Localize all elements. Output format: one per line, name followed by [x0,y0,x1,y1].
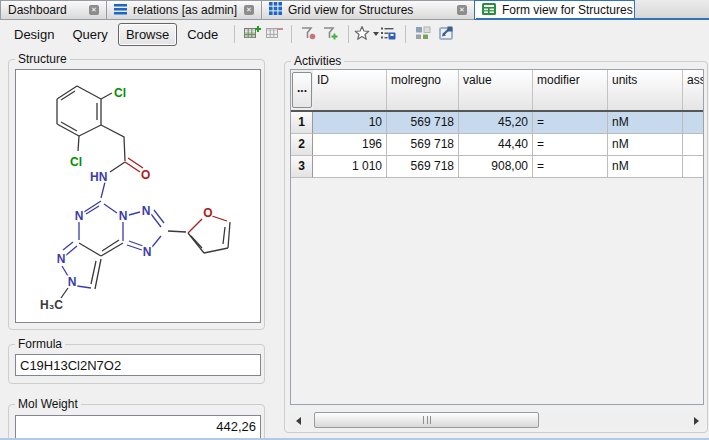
cell-id[interactable]: 1 010 [313,156,387,178]
tab-label: Grid view for Structures [288,3,413,17]
query-button[interactable]: Query [64,23,115,46]
cell-molregno[interactable]: 569 718 [387,156,459,178]
toolbar-separator [234,25,235,43]
cell-assay[interactable] [683,112,703,134]
column-header-value[interactable]: value [459,70,533,110]
favorites-button[interactable] [355,23,377,45]
cell-value[interactable]: 44,40 [459,134,533,156]
formula-group-label: Formula [15,337,65,351]
cell-units[interactable]: nM [608,134,683,156]
atom-label-n: N [142,204,151,218]
saved-lists-button[interactable] [377,23,399,45]
table-row[interactable]: 3 1 010 569 718 908,00 = nM [291,156,703,178]
activities-table: ... ID molregno value modifier units ass… [290,69,704,405]
cell-units[interactable]: nM [608,156,683,178]
tab-label: relations [as admin] [133,3,237,17]
cell-modifier[interactable]: = [533,156,608,178]
atom-label-o: O [141,168,150,182]
grid-icon [269,2,282,18]
add-record-icon [244,25,261,44]
cell-value[interactable]: 45,20 [459,112,533,134]
tab-form-view[interactable]: Form view for Structures ✕ [474,0,635,20]
add-record-button[interactable] [241,23,263,45]
cell-molregno[interactable]: 569 718 [387,134,459,156]
filter-add-icon [323,25,339,44]
tab-label: Dashboard [8,3,67,17]
formula-group: Formula C19H13Cl2N7O2 [8,344,265,384]
activities-group-label: Activities [291,54,344,68]
delete-record-icon [266,25,283,44]
cell-modifier[interactable]: = [533,112,608,134]
toolbar-separator [405,25,406,43]
tab-dashboard[interactable]: Dashboard ✕ [0,0,107,20]
row-header[interactable]: 1 [291,112,313,134]
filter-add-button[interactable] [320,23,342,45]
structure-group: Structure [8,59,265,330]
row-header[interactable]: 3 [291,156,313,178]
formula-field[interactable]: C19H13Cl2N7O2 [15,354,261,376]
atom-label-hn: HN [90,170,107,184]
toolbar: Design Query Browse Code [0,20,709,48]
molweight-field[interactable]: 442,26 [15,415,261,439]
cell-modifier[interactable]: = [533,134,608,156]
atom-label-n: N [119,209,128,223]
table-header-row: ... ID molregno value modifier units ass… [291,70,703,112]
column-header-modifier[interactable]: modifier [533,70,608,110]
fit-view-icon [437,24,454,44]
fit-view-button[interactable] [434,23,456,45]
atom-label-o: O [203,206,212,220]
atom-label-cl: Cl [114,86,126,100]
cell-id[interactable]: 10 [313,112,387,134]
cell-molregno[interactable]: 569 718 [387,112,459,134]
scrollbar-track[interactable] [306,412,688,429]
cell-id[interactable]: 196 [313,134,387,156]
column-header-units[interactable]: units [608,70,683,110]
scroll-right-icon [694,417,699,425]
column-header-molregno[interactable]: molregno [387,70,459,110]
scrollbar-grip [423,416,431,424]
row-header[interactable]: 2 [291,134,313,156]
code-button[interactable]: Code [179,23,226,46]
close-icon[interactable]: ✕ [89,5,99,15]
table-row[interactable]: 1 10 569 718 45,20 = nM [291,112,703,134]
activities-group: Activities ... ID molregno value modifie… [284,61,708,433]
browse-button[interactable]: Browse [118,23,177,46]
column-header-assay[interactable]: assay [683,70,703,110]
cell-units[interactable]: nM [608,112,683,134]
filter-dot-icon [301,25,317,44]
structure-group-label: Structure [15,52,70,66]
filter-with-dot-button[interactable] [298,23,320,45]
toolbar-separator [348,25,349,43]
delete-record-button[interactable] [263,23,285,45]
design-button[interactable]: Design [6,23,62,46]
layout-panels-button[interactable] [412,23,434,45]
atom-label-cl: Cl [70,155,82,169]
toolbar-separator [291,25,292,43]
corner-cell: ... [291,70,313,110]
star-icon [354,25,370,44]
tab-relations[interactable]: relations [as admin] ✕ [106,0,262,20]
atom-label-n: N [57,252,66,266]
saved-lists-icon [380,25,396,44]
table-row[interactable]: 2 196 569 718 44,40 = nM [291,134,703,156]
close-icon[interactable]: ✕ [457,5,467,15]
atom-label-h3c: H₃C [40,298,63,312]
column-header-id[interactable]: ID [313,70,387,110]
cell-assay[interactable] [683,156,703,178]
cell-assay[interactable] [683,134,703,156]
scroll-left-icon [296,417,301,425]
table-options-button[interactable]: ... [292,72,312,108]
cell-value[interactable]: 908,00 [459,156,533,178]
tab-grid-view[interactable]: Grid view for Structures ✕ [261,0,475,20]
close-icon[interactable]: ✕ [244,5,254,15]
molweight-group: Mol Weight 442,26 [8,404,265,440]
form-icon [482,3,496,18]
atom-label-n: N [75,209,84,223]
scroll-left-button[interactable] [290,412,306,429]
structure-viewer[interactable]: Cl Cl O HN N N N N N N O H₃C [15,69,261,323]
horizontal-scrollbar[interactable] [290,412,704,429]
layout-panels-icon [415,25,431,44]
scrollbar-thumb[interactable] [314,412,539,428]
atom-label-n: N [143,245,152,259]
scroll-right-button[interactable] [688,412,704,429]
